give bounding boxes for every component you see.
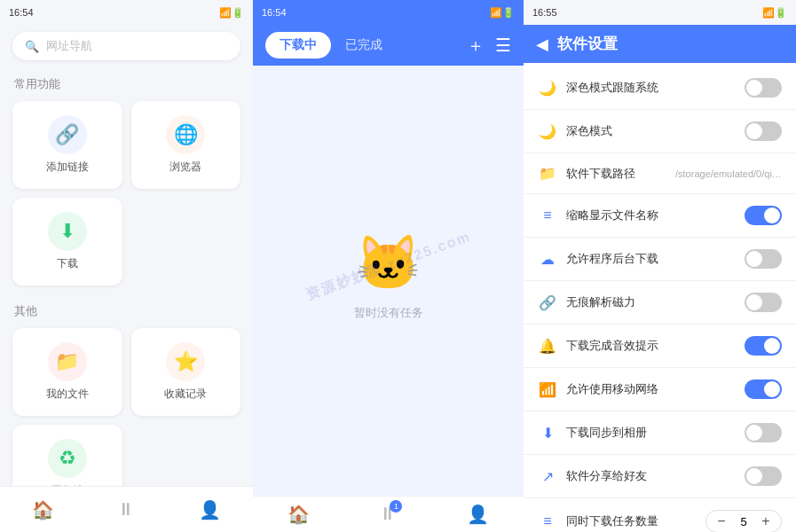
- share-icon: ↗: [538, 468, 557, 485]
- myfile-item[interactable]: 📁 我的文件: [12, 328, 122, 416]
- download-status-bar: 16:54 📶🔋: [253, 0, 524, 25]
- nav-bottom-bar: 🏠 ⏸ 👤: [0, 486, 253, 532]
- concurrent-label: 同时下载任务数量: [566, 513, 697, 529]
- nav-status-icons: 📶🔋: [219, 7, 244, 19]
- search-icon: 🔍: [25, 40, 39, 53]
- settings-status-bar: 16:55 📶🔋: [524, 0, 796, 25]
- add-download-icon[interactable]: ＋: [467, 34, 485, 58]
- sound-icon: 🔔: [538, 338, 557, 355]
- dark-mode-toggle[interactable]: [745, 121, 782, 141]
- setting-magnet: 🔗 无痕解析磁力: [524, 281, 796, 325]
- concurrent-stepper: − 5 +: [705, 510, 782, 532]
- share-toggle[interactable]: [745, 466, 782, 486]
- setting-sound: 🔔 下载完成音效提示: [524, 325, 796, 368]
- settings-time: 16:55: [532, 7, 557, 18]
- download-actions: ＋ ☰: [467, 34, 511, 58]
- concurrent-increase[interactable]: +: [758, 513, 774, 529]
- empty-illustration: 🐱: [355, 231, 422, 294]
- back-icon[interactable]: ◀: [536, 35, 548, 54]
- settings-list: 🌙 深色模式跟随系统 🌙 深色模式 📁 软件下载路径 /storage/emul…: [524, 63, 796, 532]
- dark-follow-label: 深色模式跟随系统: [566, 80, 736, 96]
- share-label: 软件分享给好友: [566, 468, 736, 484]
- concurrent-value: 5: [737, 515, 751, 528]
- download-nav-home[interactable]: 🏠: [288, 504, 310, 525]
- download-path-label: 软件下载路径: [566, 166, 666, 182]
- show-filename-icon: ≡: [538, 207, 557, 223]
- sound-toggle[interactable]: [745, 336, 782, 356]
- download-path-value: /storage/emulated/0/qikqak: [675, 168, 782, 179]
- nav-status-bar: 16:54 📶🔋: [0, 0, 253, 25]
- nav-time: 16:54: [9, 7, 34, 18]
- common-grid: 🔗 添加链接 🌐 浏览器 ⬇ 下载: [0, 98, 253, 289]
- browser-item[interactable]: 🌐 浏览器: [131, 101, 241, 189]
- sync-photo-icon: ⬇: [538, 425, 557, 442]
- download-bottom-nav: 🏠 ⏸ 1 👤: [253, 496, 524, 532]
- add-link-item[interactable]: 🔗 添加链接: [12, 101, 122, 189]
- dark-mode-label: 深色模式: [566, 123, 736, 139]
- setting-show-filename: ≡ 缩略显示文件名称: [524, 194, 796, 238]
- show-filename-toggle[interactable]: [745, 206, 782, 225]
- setting-mobile-net: 📶 允许使用移动网络: [524, 368, 796, 411]
- settings-status-icons: 📶🔋: [762, 7, 787, 19]
- collect-item[interactable]: ⭐ 收藏记录: [131, 328, 241, 416]
- download-icon: ⬇: [48, 212, 87, 251]
- setting-share: ↗ 软件分享给好友: [524, 455, 796, 498]
- magnet-label: 无痕解析磁力: [566, 294, 736, 310]
- sync-photo-label: 下载同步到相册: [566, 425, 736, 441]
- add-link-label: 添加链接: [46, 160, 89, 175]
- show-filename-label: 缩略显示文件名称: [566, 207, 736, 223]
- dark-follow-toggle[interactable]: [745, 78, 782, 98]
- concurrent-decrease[interactable]: −: [713, 513, 729, 529]
- download-nav-profile[interactable]: 👤: [467, 504, 489, 525]
- setting-dark-follow: 🌙 深色模式跟随系统: [524, 66, 796, 110]
- menu-icon[interactable]: ☰: [495, 35, 511, 56]
- mobile-net-toggle[interactable]: [745, 379, 782, 399]
- download-time: 16:54: [262, 7, 287, 18]
- link-icon: 🔗: [48, 115, 87, 154]
- magnet-icon: 🔗: [538, 294, 557, 311]
- settings-header: ◀ 软件设置: [524, 25, 796, 63]
- common-section-label: 常用功能: [0, 71, 253, 98]
- myfile-label: 我的文件: [46, 387, 89, 402]
- download-header: 下载中 已完成 ＋ ☰: [253, 25, 524, 66]
- sound-label: 下载完成音效提示: [566, 338, 736, 354]
- bg-download-toggle[interactable]: [745, 249, 782, 269]
- setting-bg-download: ☁ 允许程序后台下载: [524, 238, 796, 281]
- browser-icon: 🌐: [166, 115, 205, 154]
- setting-dark-mode: 🌙 深色模式: [524, 110, 796, 153]
- nav-panel: 16:54 📶🔋 🔍 网址导航 常用功能 🔗 添加链接 🌐 浏览器 ⬇ 下载 其…: [0, 0, 253, 532]
- download-label: 下载: [57, 256, 78, 271]
- setting-concurrent: ≡ 同时下载任务数量 − 5 +: [524, 498, 796, 532]
- settings-panel: 16:55 📶🔋 ◀ 软件设置 🌙 深色模式跟随系统 🌙 深色模式 📁 软件下载…: [524, 0, 796, 532]
- dark-mode-icon: 🌙: [538, 123, 557, 140]
- download-item[interactable]: ⬇ 下载: [12, 198, 122, 286]
- mobile-net-label: 允许使用移动网络: [566, 381, 736, 397]
- myfile-icon: 📁: [48, 342, 87, 381]
- setting-download-path: 📁 软件下载路径 /storage/emulated/0/qikqak: [524, 153, 796, 194]
- nav-profile[interactable]: 👤: [199, 499, 221, 520]
- tab-completed[interactable]: 已完成: [331, 32, 397, 59]
- trash-icon: ♻: [48, 439, 87, 478]
- bg-download-label: 允许程序后台下载: [566, 251, 736, 267]
- collect-label: 收藏记录: [164, 387, 207, 402]
- magnet-toggle[interactable]: [745, 293, 782, 312]
- dark-follow-icon: 🌙: [538, 80, 557, 97]
- bg-download-icon: ☁: [538, 251, 557, 268]
- search-bar[interactable]: 🔍 网址导航: [12, 32, 240, 60]
- sync-photo-toggle[interactable]: [745, 423, 782, 442]
- mobile-net-icon: 📶: [538, 381, 557, 398]
- other-section-label: 其他: [0, 298, 253, 325]
- download-status-icons: 📶🔋: [490, 7, 515, 19]
- nav-pause[interactable]: ⏸: [117, 499, 135, 520]
- nav-home[interactable]: 🏠: [32, 499, 54, 520]
- setting-sync-photo: ⬇ 下载同步到相册: [524, 411, 796, 455]
- collect-icon: ⭐: [166, 342, 205, 381]
- download-panel: 16:54 📶🔋 下载中 已完成 ＋ ☰ 🐱 暂时没有任务 资源妙妙屋-zy22…: [253, 0, 524, 532]
- settings-title: 软件设置: [557, 34, 618, 54]
- tab-downloading[interactable]: 下载中: [265, 32, 331, 59]
- download-nav-pause[interactable]: ⏸ 1: [379, 504, 397, 525]
- search-placeholder: 网址导航: [46, 38, 92, 54]
- empty-state: 🐱 暂时没有任务: [253, 66, 524, 486]
- browser-label: 浏览器: [169, 160, 201, 175]
- empty-text: 暂时没有任务: [354, 305, 423, 321]
